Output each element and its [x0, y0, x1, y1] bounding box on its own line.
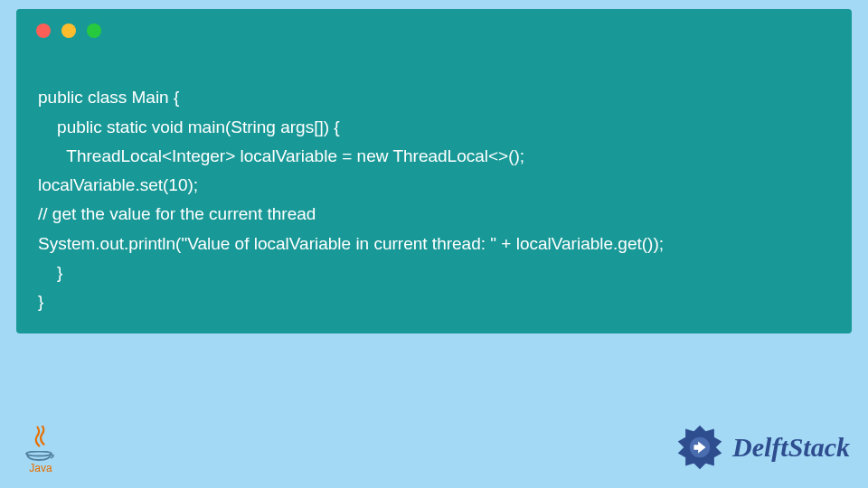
- code-block: public class Main { public static void m…: [16, 9, 852, 333]
- svg-point-0: [26, 452, 52, 456]
- code-line: public class Main {: [38, 88, 179, 107]
- minimize-dot: [61, 23, 76, 38]
- code-line: ThreadLocal<Integer> localVariable = new…: [38, 146, 524, 165]
- code-line: }: [38, 292, 43, 311]
- java-logo: Java: [18, 420, 63, 474]
- code-line: System.out.println("Value of localVariab…: [38, 234, 664, 253]
- maximize-dot: [87, 23, 101, 38]
- code-line: public static void main(String args[]) {: [38, 117, 340, 136]
- delft-gear-icon: [675, 422, 725, 473]
- close-dot: [36, 23, 51, 38]
- window-controls: [16, 9, 852, 38]
- java-steam-icon: [33, 426, 49, 449]
- delft-label: DelftStack: [732, 432, 850, 463]
- java-label: Java: [29, 462, 52, 474]
- delft-logo: DelftStack: [675, 422, 850, 473]
- code-line: localVariable.set(10);: [38, 175, 198, 194]
- code-line: }: [38, 263, 62, 282]
- code-content: public class Main { public static void m…: [16, 38, 852, 317]
- code-line: // get the value for the current thread: [38, 204, 316, 223]
- footer: Java DelftStack: [0, 416, 868, 479]
